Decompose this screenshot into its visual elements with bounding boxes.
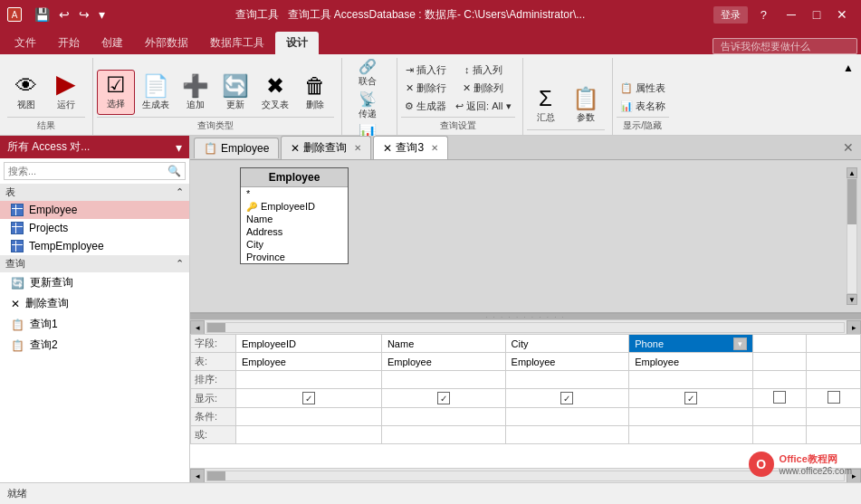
grid-cell-or-1[interactable]	[381, 426, 505, 444]
grid-hscroll-left[interactable]: ◂	[190, 469, 205, 483]
nav-item-update-query[interactable]: 🔄 更新查询	[0, 272, 189, 293]
field-star[interactable]: *	[241, 187, 348, 200]
delete-row-button[interactable]: ✕ 删除行	[401, 80, 450, 97]
nav-item-query2[interactable]: 📋 查询2	[0, 335, 189, 356]
hscroll-left[interactable]: ◂	[190, 320, 205, 335]
view-button[interactable]: 👁 视图	[7, 71, 45, 115]
qa-dropdown-btn[interactable]: ▾	[97, 5, 107, 24]
field-address[interactable]: Address	[241, 225, 348, 238]
grid-cell-table-0[interactable]: Employee	[236, 353, 382, 371]
show-checkbox-4[interactable]	[773, 391, 786, 404]
grid-cell-table-1[interactable]: Employee	[381, 353, 505, 371]
delete-col-button[interactable]: ✕ 删除列	[452, 80, 514, 97]
grid-cell-condition-5[interactable]	[807, 408, 861, 426]
vscroll-down[interactable]: ▼	[847, 294, 857, 305]
field-name[interactable]: Name	[241, 213, 348, 225]
tab-create[interactable]: 创建	[91, 32, 134, 54]
select-button[interactable]: ☑ 选择	[97, 70, 135, 115]
grid-cell-or-0[interactable]	[236, 426, 382, 444]
vscroll-track[interactable]	[847, 178, 857, 294]
login-button[interactable]: 登录	[713, 6, 748, 24]
grid-cell-show-0[interactable]	[236, 389, 382, 408]
nav-item-employee[interactable]: Employee	[0, 201, 189, 219]
field-city[interactable]: City	[241, 238, 348, 251]
update-button[interactable]: 🔄 更新	[216, 71, 254, 115]
search-input[interactable]	[5, 164, 164, 178]
grid-cell-show-3[interactable]	[629, 389, 753, 408]
help-button[interactable]: ?	[755, 6, 772, 24]
grid-cell-table-2[interactable]: Employee	[505, 353, 629, 371]
nav-item-delete-query[interactable]: ✕ 删除查询	[0, 293, 189, 314]
nav-item-projects[interactable]: Projects	[0, 219, 189, 237]
grid-cell-table-5[interactable]	[807, 353, 861, 371]
grid-cell-sort-0[interactable]	[236, 371, 382, 389]
grid-cell-field-1[interactable]: Name	[381, 335, 505, 353]
tab-delete-close[interactable]: ✕	[354, 143, 361, 153]
employee-table-box[interactable]: Employee * 🔑 EmployeeID Name	[240, 167, 349, 264]
make-table-button[interactable]: 📄 生成表	[137, 71, 175, 115]
close-button[interactable]: ✕	[830, 3, 854, 26]
grid-cell-condition-2[interactable]	[505, 408, 629, 426]
show-checkbox-2[interactable]	[560, 392, 573, 404]
nav-item-tempemployee[interactable]: TempEmployee	[0, 237, 189, 255]
grid-cell-show-4[interactable]	[752, 389, 807, 408]
grid-cell-condition-1[interactable]	[381, 408, 505, 426]
grid-cell-show-5[interactable]	[807, 389, 861, 408]
tab-delete-query[interactable]: ✕ 删除查询 ✕	[281, 136, 371, 159]
grid-cell-or-5[interactable]	[807, 426, 861, 444]
grid-cell-or-4[interactable]	[752, 426, 807, 444]
grid-cell-field-2[interactable]: City	[505, 335, 629, 353]
grid-cell-sort-1[interactable]	[381, 371, 505, 389]
grid-cell-field-5[interactable]	[807, 335, 861, 353]
nav-item-query1[interactable]: 📋 查询1	[0, 314, 189, 335]
grid-cell-field-4[interactable]	[752, 335, 807, 353]
builder-button[interactable]: ⚙ 生成器	[401, 98, 450, 115]
left-panel-dropdown[interactable]: ▾	[176, 140, 182, 155]
crosstab-button[interactable]: ✖ 交叉表	[256, 71, 294, 115]
grid-cell-sort-3[interactable]	[629, 371, 753, 389]
field-employeeid[interactable]: 🔑 EmployeeID	[241, 200, 348, 213]
tab-employee[interactable]: 📋 Employee	[194, 138, 279, 158]
tab-file[interactable]: 文件	[4, 32, 47, 54]
hscroll-right[interactable]: ▸	[847, 320, 861, 335]
undo-quick-btn[interactable]: ↩	[57, 5, 72, 24]
grid-cell-show-1[interactable]	[381, 389, 505, 408]
tables-section-header[interactable]: 表 ⌃	[0, 184, 189, 201]
propsheet-button[interactable]: 📋 属性表	[617, 80, 669, 97]
grid-cell-condition-3[interactable]	[629, 408, 753, 426]
tab-start[interactable]: 开始	[47, 32, 91, 54]
return-button[interactable]: ↩ 返回: All ▾	[452, 98, 514, 115]
grid-cell-or-3[interactable]	[629, 426, 753, 444]
delete-button[interactable]: 🗑 删除	[296, 71, 334, 115]
tab-query3[interactable]: ✕ 查询3 ✕	[373, 136, 448, 159]
insert-row-button[interactable]: ⇥ 插入行	[401, 62, 450, 79]
grid-area[interactable]: 字段: EmployeeID Name City Phone ▾	[190, 334, 861, 468]
tab-dbtools[interactable]: 数据库工具	[199, 32, 275, 54]
grid-cell-table-3[interactable]: Employee	[629, 353, 753, 371]
tab-design[interactable]: 设计	[275, 32, 319, 54]
field-dropdown-arrow[interactable]: ▾	[733, 338, 747, 350]
union-button[interactable]: 🔗 联合	[346, 58, 389, 90]
grid-cell-table-4[interactable]	[752, 353, 807, 371]
field-province[interactable]: Province	[241, 251, 348, 263]
grid-cell-condition-0[interactable]	[236, 408, 382, 426]
save-quick-btn[interactable]: 💾	[33, 5, 52, 24]
ribbon-collapse[interactable]: ▲	[839, 58, 857, 135]
ribbon-search-input[interactable]	[713, 38, 857, 54]
params-button[interactable]: 📋 参数	[567, 84, 605, 128]
grid-cell-sort-4[interactable]	[752, 371, 807, 389]
insert-col-button[interactable]: ↕ 插入列	[452, 62, 514, 79]
vscroll-up[interactable]: ▲	[847, 167, 857, 178]
grid-cell-show-2[interactable]	[505, 389, 629, 408]
tab-query3-close[interactable]: ✕	[431, 143, 438, 153]
run-button[interactable]: ▶ 运行	[47, 68, 85, 115]
passthrough-button[interactable]: 📡 传递	[346, 90, 389, 122]
tablenames-button[interactable]: 📊 表名称	[617, 98, 669, 115]
maximize-button[interactable]: □	[805, 3, 828, 26]
show-checkbox-0[interactable]	[302, 392, 315, 404]
grid-cell-field-3[interactable]: Phone ▾	[629, 335, 753, 353]
show-checkbox-1[interactable]	[437, 392, 450, 404]
grid-cell-field-0[interactable]: EmployeeID	[236, 335, 382, 353]
show-checkbox-3[interactable]	[684, 392, 697, 404]
minimize-button[interactable]: ─	[780, 3, 803, 26]
